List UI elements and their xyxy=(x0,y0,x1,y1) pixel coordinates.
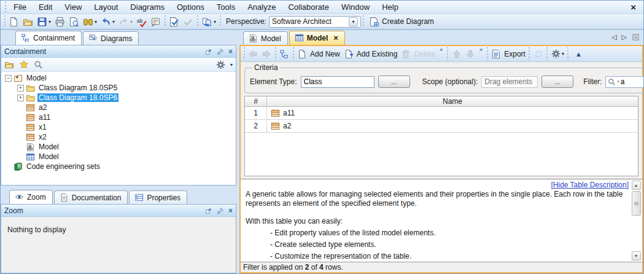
tree-item-a2[interactable]: a2 xyxy=(1,103,236,112)
tab-list-icon[interactable] xyxy=(632,33,640,41)
tree-item-code-engineering-sets[interactable]: Code engineering sets xyxy=(1,162,236,171)
move-up-button[interactable] xyxy=(450,48,464,60)
create-diagram-button[interactable]: Create Diagram xyxy=(365,15,438,28)
float-panel-icon[interactable] xyxy=(205,48,212,55)
menubar-drag-handle[interactable] xyxy=(4,2,6,12)
scroll-up-icon[interactable]: ▲ xyxy=(632,181,641,190)
tab-model-table[interactable]: Model × xyxy=(289,31,345,45)
tab-diagrams[interactable]: Diagrams xyxy=(83,31,139,45)
toolbar-group-handle[interactable] xyxy=(219,15,221,28)
toolbar-group-handle[interactable] xyxy=(196,15,198,28)
perspective-select[interactable]: Software Architect ▾ xyxy=(269,16,361,28)
toolbar-overflow-icon[interactable]: » xyxy=(479,46,483,53)
close-panel-icon[interactable]: × xyxy=(228,47,233,56)
scope-input[interactable] xyxy=(481,76,538,88)
tree-item-model-root[interactable]: − Model xyxy=(1,73,236,83)
column-header-number[interactable]: # xyxy=(245,96,267,106)
toolbar-group-handle[interactable] xyxy=(274,47,276,60)
export-button[interactable]: Export xyxy=(489,48,527,60)
menu-diagrams[interactable]: Diagrams xyxy=(124,1,171,13)
toolbar-group-handle[interactable] xyxy=(486,47,488,60)
save-button[interactable]: ▾ xyxy=(35,15,53,28)
validate-button[interactable] xyxy=(167,15,181,28)
tree-item-class-diagram-sp6[interactable]: + Class Diagram 18.0SP6 xyxy=(1,93,236,103)
element-name-cell[interactable]: a2 xyxy=(283,122,291,130)
print-preview-button[interactable] xyxy=(67,15,81,28)
menu-edit[interactable]: Edit xyxy=(33,1,58,13)
toolbar-group-handle[interactable] xyxy=(292,47,294,60)
collapse-expander-icon[interactable]: − xyxy=(5,75,12,82)
toolbar-group-handle[interactable] xyxy=(164,15,166,28)
close-tab-icon[interactable]: × xyxy=(333,33,338,42)
tree-item-x2[interactable]: x2 xyxy=(1,132,236,142)
find-button[interactable]: ▾ xyxy=(81,15,99,28)
pin-panel-icon[interactable] xyxy=(217,207,224,214)
gear-dropdown-icon[interactable]: ▾ xyxy=(230,62,233,68)
menu-help[interactable]: Help xyxy=(376,1,405,13)
favorites-star-icon[interactable] xyxy=(19,60,29,69)
tab-scroll-right-icon[interactable]: ▷ xyxy=(622,33,627,41)
toolbar-group-handle[interactable] xyxy=(567,47,569,60)
pin-panel-icon[interactable] xyxy=(217,48,224,55)
spell-check-button[interactable] xyxy=(134,15,149,28)
table-row[interactable]: 1 a11 xyxy=(245,107,638,120)
gear-dropdown-icon[interactable]: ▾ xyxy=(562,51,564,57)
scrollbar-thumb[interactable] xyxy=(632,191,641,216)
element-name-cell[interactable]: a11 xyxy=(283,109,295,117)
window-close-icon[interactable]: × xyxy=(626,2,641,12)
filter-search-box[interactable]: ▾ × xyxy=(605,76,644,88)
tab-documentation[interactable]: Documentation xyxy=(54,190,128,204)
toolbar-group-handle[interactable] xyxy=(447,47,449,60)
redo-button[interactable]: ▾ xyxy=(117,15,134,28)
menu-collaborate[interactable]: Collaborate xyxy=(282,1,335,13)
commit-dropdown-icon[interactable]: ▾ xyxy=(214,19,216,25)
element-type-input[interactable] xyxy=(301,76,374,88)
find-dropdown-icon[interactable]: ▾ xyxy=(95,19,97,25)
scroll-down-icon[interactable]: ▼ xyxy=(632,251,641,260)
open-element-icon[interactable] xyxy=(4,60,14,69)
toolbar-group-handle[interactable] xyxy=(243,47,245,60)
element-type-browse-button[interactable]: ... xyxy=(378,76,410,88)
select-in-containment-button[interactable] xyxy=(277,48,291,60)
check-syntax-button[interactable] xyxy=(181,15,195,28)
collapse-criteria-icon[interactable]: ▲ xyxy=(570,49,587,59)
description-scrollbar[interactable]: ▲ ▼ xyxy=(631,181,641,260)
toolbar-overflow-icon[interactable]: » xyxy=(440,46,443,53)
menu-tools[interactable]: Tools xyxy=(211,1,241,13)
menu-layout[interactable]: Layout xyxy=(88,1,124,13)
gear-icon[interactable] xyxy=(216,60,225,69)
tree-item-model-table[interactable]: Model xyxy=(1,152,236,162)
menu-file[interactable]: File xyxy=(7,1,33,13)
print-button[interactable] xyxy=(53,15,67,28)
toolbar-group-handle[interactable] xyxy=(362,15,364,28)
float-panel-icon[interactable] xyxy=(205,207,212,214)
tree-item-a11[interactable]: a11 xyxy=(1,112,236,122)
search-dropdown-icon[interactable]: ▾ xyxy=(617,79,619,84)
commit-button[interactable]: ▾ xyxy=(200,15,218,28)
open-project-button[interactable] xyxy=(21,15,35,28)
refresh-button[interactable] xyxy=(532,48,545,60)
add-new-button[interactable]: Add New xyxy=(295,48,342,60)
undo-button[interactable]: ▾ xyxy=(99,15,117,28)
toolbar-drag-handle[interactable] xyxy=(4,15,6,28)
menu-window[interactable]: Window xyxy=(335,1,376,13)
move-down-button[interactable] xyxy=(464,48,477,60)
tab-model-diagram[interactable]: Model xyxy=(243,31,288,45)
scope-browse-button[interactable]: ... xyxy=(541,76,573,88)
new-project-button[interactable] xyxy=(7,15,21,28)
tab-zoom[interactable]: Zoom xyxy=(9,190,53,204)
tree-item-x1[interactable]: x1 xyxy=(1,122,236,132)
tab-properties[interactable]: Properties xyxy=(129,190,187,204)
save-dropdown-icon[interactable]: ▾ xyxy=(48,19,51,25)
menu-analyze[interactable]: Analyze xyxy=(241,1,282,13)
table-options-button[interactable]: ▾ xyxy=(549,48,566,60)
search-icon[interactable] xyxy=(34,60,43,69)
column-header-name[interactable]: Name xyxy=(267,96,638,106)
toolbar-group-handle[interactable] xyxy=(546,47,548,60)
tree-item-model-diagram[interactable]: Model xyxy=(1,142,236,152)
toolbar-group-handle[interactable] xyxy=(529,47,530,60)
filter-input[interactable] xyxy=(621,77,644,86)
tab-scroll-left-icon[interactable]: ◁ xyxy=(611,33,616,41)
tab-containment[interactable]: Containment xyxy=(15,31,82,45)
forward-button[interactable] xyxy=(260,48,273,60)
